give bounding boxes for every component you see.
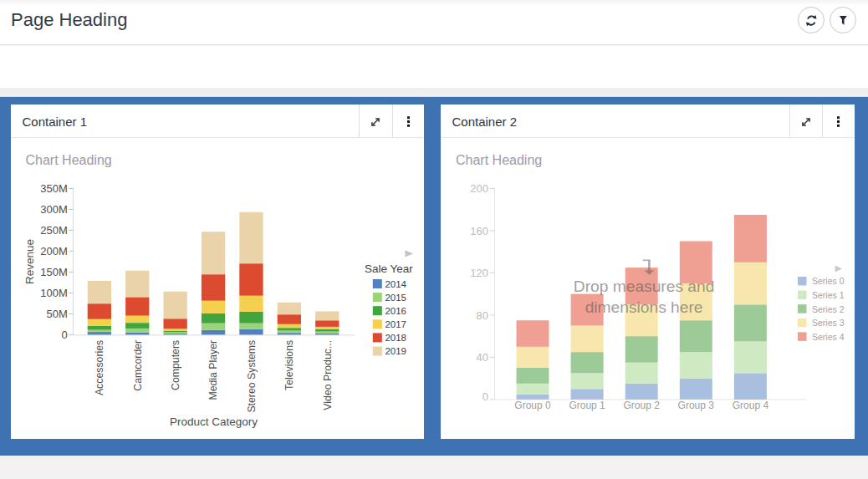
svg-text:120: 120 [470, 267, 488, 279]
svg-text:Drop measures and: Drop measures and [574, 278, 715, 295]
svg-text:Chart Heading: Chart Heading [26, 153, 112, 167]
svg-text:Series 1: Series 1 [812, 290, 845, 300]
svg-text:Series 4: Series 4 [812, 332, 845, 342]
svg-text:300M: 300M [40, 203, 68, 216]
svg-text:Group 1: Group 1 [569, 400, 605, 411]
svg-text:200: 200 [470, 182, 488, 195]
svg-text:Series 3: Series 3 [812, 318, 845, 328]
svg-text:Computers: Computers [170, 340, 181, 390]
svg-text:Group 3: Group 3 [678, 400, 715, 411]
svg-text:200M: 200M [40, 245, 68, 257]
svg-text:Revenue: Revenue [23, 239, 36, 284]
svg-text:160: 160 [470, 225, 488, 237]
svg-text:Video Produc...: Video Produc... [322, 340, 334, 410]
svg-text:150M: 150M [40, 266, 68, 278]
svg-text:Sale Year: Sale Year [365, 262, 413, 275]
svg-text:100M: 100M [40, 287, 68, 299]
svg-text:Accessories: Accessories [94, 340, 105, 395]
svg-text:Camcorder: Camcorder [132, 340, 144, 391]
svg-text:2016: 2016 [385, 306, 406, 316]
svg-text:2019: 2019 [385, 346, 406, 356]
svg-text:0: 0 [483, 390, 488, 403]
svg-text:2017: 2017 [385, 319, 406, 329]
svg-text:250M: 250M [40, 224, 68, 237]
svg-text:350M: 350M [40, 182, 68, 195]
svg-text:40: 40 [477, 351, 488, 364]
svg-text:Televisions: Televisions [283, 340, 295, 390]
svg-text:dimensions here: dimensions here [585, 298, 703, 316]
svg-text:Group 0: Group 0 [514, 400, 551, 411]
svg-text:2018: 2018 [385, 333, 406, 343]
svg-text:50M: 50M [47, 308, 68, 320]
svg-text:Group 2: Group 2 [624, 400, 661, 411]
svg-text:Product Category: Product Category [170, 415, 258, 428]
svg-text:Series 0: Series 0 [812, 276, 845, 286]
svg-text:2014: 2014 [385, 279, 406, 289]
svg-text:Stereo Systems: Stereo Systems [246, 340, 258, 413]
svg-text:Media Player: Media Player [207, 340, 219, 400]
svg-text:Series 2: Series 2 [812, 304, 845, 314]
svg-text:Chart Heading: Chart Heading [456, 153, 542, 167]
svg-text:2015: 2015 [385, 293, 406, 303]
svg-text:0: 0 [62, 329, 68, 341]
svg-text:Group 4: Group 4 [733, 400, 769, 411]
svg-text:80: 80 [477, 309, 488, 322]
